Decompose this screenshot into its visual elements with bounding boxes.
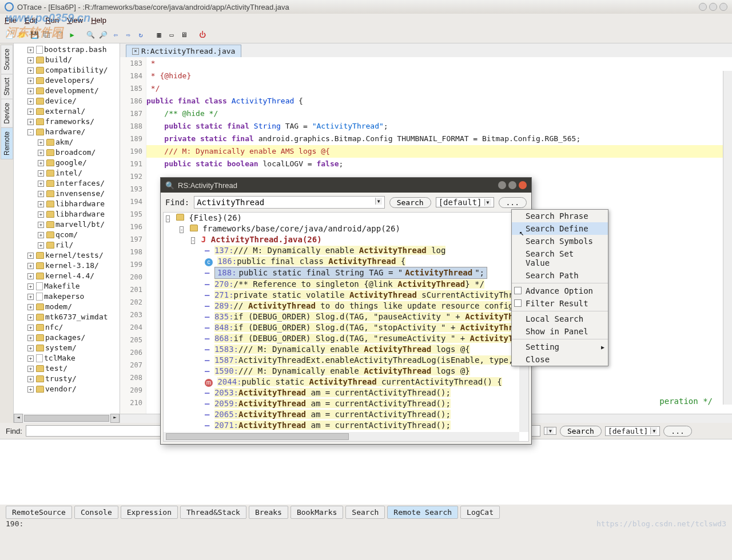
rail-tab-remote[interactable]: Remote: [1, 127, 13, 159]
tree-node[interactable]: + makeperso: [16, 291, 120, 302]
search-hit[interactable]: — 848:if (DEBUG_ORDER) Slog.d(TAG, "stop…: [164, 322, 528, 333]
tree-node[interactable]: + marvell/bt/: [16, 219, 120, 230]
find-more-button[interactable]: ...: [663, 426, 691, 437]
search-hit[interactable]: — 188:public static final String TAG = "…: [164, 267, 528, 279]
menu-view[interactable]: View: [67, 16, 83, 25]
tree-node[interactable]: + packages/: [16, 333, 120, 343]
dialog-hscrollbar[interactable]: [164, 432, 519, 441]
menu-item[interactable]: Close: [512, 353, 608, 366]
tree-node[interactable]: + intel/: [16, 168, 120, 178]
tree-node[interactable]: + vendor/: [16, 384, 120, 394]
tree-node[interactable]: - hardware/: [16, 127, 120, 137]
search-hit[interactable]: — 271:private static volatile ActivityTh…: [164, 290, 528, 301]
tree-node[interactable]: + qcom/: [16, 230, 120, 240]
search-hit[interactable]: — 1583:/// M: Dynamically enable Activit…: [164, 344, 528, 355]
tree-node[interactable]: + test/: [16, 363, 120, 374]
maximize-button[interactable]: [709, 3, 717, 11]
dialog-titlebar[interactable]: 🔍 RS:ActivityThread: [161, 178, 531, 193]
menu-item[interactable]: Search Phrase: [512, 210, 608, 222]
menu-item[interactable]: Search Set Value: [512, 247, 608, 269]
forward-icon[interactable]: ⇨: [122, 29, 134, 41]
find-search-button[interactable]: Search: [560, 426, 602, 437]
bottom-tab[interactable]: Breaks: [249, 506, 288, 519]
tree-node[interactable]: + trusty/: [16, 374, 120, 384]
dialog-scope-select[interactable]: [default]▼: [436, 197, 494, 207]
menu-item[interactable]: Filter Result: [512, 297, 608, 310]
tree-node[interactable]: + libhardware: [16, 209, 120, 219]
bottom-tab[interactable]: LogCat: [460, 506, 500, 519]
power-icon[interactable]: ⏻: [197, 29, 208, 41]
tree-node[interactable]: + compatibility/: [16, 65, 120, 75]
menu-item[interactable]: Setting▶: [512, 341, 608, 353]
search-hit[interactable]: — 2053:ActivityThread am = currentActivi…: [164, 387, 528, 398]
run-icon[interactable]: ▶: [66, 29, 78, 41]
tree-node[interactable]: + Makefile: [16, 281, 120, 291]
rail-tab-struct[interactable]: Struct: [1, 74, 13, 99]
tree-node[interactable]: + bootstrap.bash: [16, 45, 120, 55]
search-hit[interactable]: — 137:/// M: Dynamically enable Activity…: [164, 245, 528, 256]
tree-node[interactable]: + kernel-3.18/: [16, 261, 120, 271]
tree-node[interactable]: + interfaces/: [16, 178, 120, 189]
bottom-tab[interactable]: Console: [74, 506, 118, 519]
reload-icon[interactable]: ↻: [135, 29, 146, 41]
dialog-close[interactable]: [519, 181, 527, 189]
bottom-tab[interactable]: Expression: [121, 506, 178, 519]
window-icon[interactable]: ▭: [166, 29, 177, 41]
find-history-dropdown[interactable]: ▼: [544, 427, 556, 435]
search-hit[interactable]: — 1587:ActivityThreadExt.enableActivityT…: [164, 355, 528, 366]
tree-node[interactable]: + build/: [16, 55, 120, 65]
tree-node[interactable]: + invensense/: [16, 189, 120, 199]
tree-node[interactable]: + ril/: [16, 240, 120, 250]
tree-node[interactable]: + device/: [16, 96, 120, 106]
search-hit[interactable]: — 868:if (DEBUG_ORDER) Slog.d(TAG, "resu…: [164, 333, 528, 344]
editor-tab[interactable]: × R:ActivityThread.java: [126, 45, 241, 57]
tree-node[interactable]: + developers/: [16, 75, 120, 86]
dropdown-icon[interactable]: ▼: [375, 198, 382, 205]
dialog-search-button[interactable]: Search: [389, 197, 431, 208]
tree-node[interactable]: + google/: [16, 158, 120, 168]
open-icon[interactable]: 📁: [16, 29, 27, 41]
rail-tab-source[interactable]: Source: [1, 45, 13, 74]
rail-tab-device[interactable]: Device: [1, 99, 13, 128]
tree-node[interactable]: + broadcom/: [16, 147, 120, 158]
menu-item[interactable]: Advance Option: [512, 285, 608, 297]
tree-node[interactable]: + tclMake: [16, 353, 120, 363]
search-hit[interactable]: — 2071:ActivityThread am = currentActivi…: [164, 420, 528, 431]
find-scope-select[interactable]: [default]▼: [605, 426, 660, 436]
bottom-tab[interactable]: RemoteSource: [6, 506, 72, 519]
tree-node[interactable]: + development/: [16, 86, 120, 96]
monitor-icon[interactable]: 🖥: [178, 29, 190, 41]
save-icon[interactable]: 💾: [29, 29, 40, 41]
menu-help[interactable]: Help: [91, 16, 106, 25]
minimize-button[interactable]: [699, 3, 707, 11]
search-hit[interactable]: c 186:public final class ActivityThread …: [164, 256, 528, 267]
menu-item[interactable]: Search Symbols: [512, 235, 608, 247]
dialog-results[interactable]: - {Files}(26)- frameworks/base/core/java…: [163, 212, 529, 442]
dialog-maximize[interactable]: [508, 181, 516, 189]
tree-hscrollbar[interactable]: ◄ ►: [14, 414, 120, 423]
dialog-minimize[interactable]: [498, 181, 506, 189]
tree-node[interactable]: + mtk6737_wimdat: [16, 312, 120, 322]
tab-close-icon[interactable]: ×: [132, 48, 139, 55]
tree-node[interactable]: + kernel-4.4/: [16, 271, 120, 281]
tree-node[interactable]: + nfc/: [16, 322, 120, 333]
menu-run[interactable]: Run: [45, 16, 59, 25]
dialog-more-button[interactable]: ...: [499, 197, 527, 208]
menu-item[interactable]: Search Path: [512, 269, 608, 282]
file-tree[interactable]: + bootstrap.bash+ build/+ compatibility/…: [14, 43, 120, 423]
menu-item[interactable]: Search Define: [512, 222, 608, 235]
tree-node[interactable]: + libhardware: [16, 199, 120, 209]
bottom-tab[interactable]: Search: [345, 506, 385, 519]
search-hit[interactable]: m 2044:public static ActivityThread curr…: [164, 377, 528, 387]
search-hit[interactable]: — 270:/** Reference to singleton {@link …: [164, 279, 528, 290]
dialog-find-input[interactable]: [197, 198, 375, 207]
grid-icon[interactable]: ▦: [153, 29, 165, 41]
tree-node[interactable]: + external/: [16, 106, 120, 117]
tree-node[interactable]: + kernel/tests/: [16, 250, 120, 261]
tree-node[interactable]: + akm/: [16, 137, 120, 147]
bottom-tab[interactable]: Remote Search: [387, 506, 458, 519]
menu-item[interactable]: Local Search: [512, 313, 608, 325]
tree-node[interactable]: + frameworks/: [16, 117, 120, 127]
search-hit[interactable]: — 289:// ActivityThread to do things lik…: [164, 301, 528, 311]
tree-node[interactable]: + modem/: [16, 302, 120, 312]
